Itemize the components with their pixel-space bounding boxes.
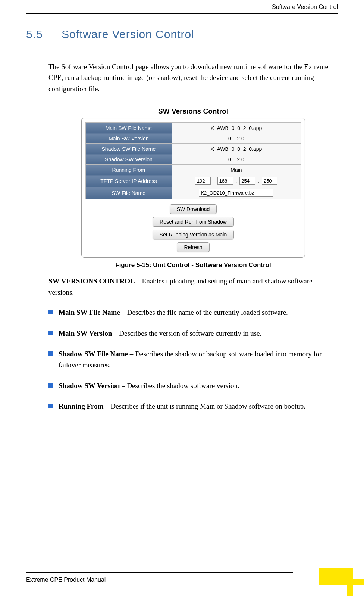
figure-caption: Figure 5-15: Unit Control - Software Ver… <box>48 261 338 269</box>
sw-file-name-input[interactable] <box>199 189 273 197</box>
footer-left: Extreme CPE Product Manual <box>26 577 106 583</box>
list-item-text: Running From – Describes if the unit is … <box>59 401 338 412</box>
square-bullet-icon <box>48 383 53 388</box>
list-item: Main SW Version – Describes the version … <box>48 328 338 339</box>
list-item-term: Running From <box>59 402 104 410</box>
section-heading: 5.5Software Version Control <box>26 28 338 41</box>
row-label: TFTP Server IP Address <box>86 175 172 187</box>
table-row: Main SW Version 0.0.2.0 <box>86 133 301 144</box>
figure-container: SW Versions Control Main SW File Name X_… <box>48 107 338 258</box>
table-row: Running From Main <box>86 165 301 175</box>
section-title-text: Software Version Control <box>62 28 194 40</box>
ip-octet-3[interactable] <box>239 177 255 185</box>
list-item-text: Shadow SW Version – Describes the shadow… <box>59 380 338 391</box>
square-bullet-icon <box>48 351 53 356</box>
sw-file-name-cell <box>172 187 301 199</box>
list-item-text: Shadow SW File Name – Describes the shad… <box>59 348 338 370</box>
table-row: TFTP Server IP Address . . . <box>86 175 301 187</box>
row-value: X_AWB_0_0_2_0.app <box>172 123 301 133</box>
square-bullet-icon <box>48 404 53 408</box>
ip-octet-4[interactable] <box>262 177 277 185</box>
table-row: Shadow SW Version 0.0.2.0 <box>86 154 301 165</box>
row-label: Running From <box>86 165 172 175</box>
square-bullet-icon <box>48 331 53 335</box>
row-label: SW File Name <box>86 187 172 199</box>
row-label: Main SW File Name <box>86 123 172 133</box>
list-item-text: Main SW Version – Describes the version … <box>59 328 338 339</box>
sw-download-button[interactable]: SW Download <box>170 204 217 214</box>
crop-mark-icon <box>319 568 353 585</box>
ip-octet-2[interactable] <box>217 177 233 185</box>
reset-run-shadow-button[interactable]: Reset and Run from Shadow <box>153 217 234 227</box>
list-item-desc: – Describes the version of software curr… <box>112 329 261 337</box>
section-body: 5.5Software Version Control The Software… <box>26 28 338 422</box>
sw-panel: Main SW File Name X_AWB_0_0_2_0.app Main… <box>81 118 305 258</box>
row-value: X_AWB_0_0_2_0.app <box>172 144 301 154</box>
list-item-term: Shadow SW File Name <box>59 350 128 358</box>
list-item-term: Main SW Version <box>59 329 112 337</box>
row-label: Main SW Version <box>86 133 172 144</box>
square-bullet-icon <box>48 310 53 314</box>
row-value: Main <box>172 165 301 175</box>
list-item: Shadow SW Version – Describes the shadow… <box>48 380 338 391</box>
intro-paragraph: The Software Version Control page allows… <box>48 61 338 94</box>
crop-mark-icon <box>353 579 364 585</box>
list-item-desc: – Describes if the unit is running Main … <box>104 402 305 410</box>
refresh-button[interactable]: Refresh <box>177 242 209 252</box>
bullet-list: Main SW File Name – Describes the file n… <box>48 307 338 412</box>
running-header: Software Version Control <box>26 4 338 10</box>
sw-config-table: Main SW File Name X_AWB_0_0_2_0.app Main… <box>85 122 301 199</box>
tftp-ip-cell: . . . <box>172 175 301 187</box>
ip-octet-1[interactable] <box>195 177 211 185</box>
row-value: 0.0.2.0 <box>172 154 301 165</box>
sw-versions-screenshot: SW Versions Control Main SW File Name X_… <box>81 107 305 258</box>
set-running-main-button[interactable]: Set Running Version as Main <box>153 230 234 239</box>
list-item: Running From – Describes if the unit is … <box>48 401 338 412</box>
crop-mark-icon <box>347 585 353 596</box>
table-row: Main SW File Name X_AWB_0_0_2_0.app <box>86 123 301 133</box>
section-number: 5.5 <box>26 28 62 41</box>
list-item-term: Shadow SW Version <box>59 382 120 389</box>
row-value: 0.0.2.0 <box>172 133 301 144</box>
row-label: Shadow SW File Name <box>86 144 172 154</box>
list-item-term: Main SW File Name <box>59 308 120 316</box>
sw-panel-title: SW Versions Control <box>81 107 305 115</box>
list-item-desc: – Describes the file name of the current… <box>120 308 288 316</box>
definition-lead: SW VERSIONS CONTROL – Enables uploading … <box>48 276 338 298</box>
row-label: Shadow SW Version <box>86 154 172 165</box>
list-item: Main SW File Name – Describes the file n… <box>48 307 338 318</box>
button-stack: SW Download Reset and Run from Shadow Se… <box>85 203 301 254</box>
list-item-text: Main SW File Name – Describes the file n… <box>59 307 338 318</box>
table-row: SW File Name <box>86 187 301 199</box>
page-footer: Extreme CPE Product Manual 63 <box>26 577 338 583</box>
definition-lead-term: SW VERSIONS CONTROL <box>48 277 135 285</box>
list-item: Shadow SW File Name – Describes the shad… <box>48 348 338 370</box>
footer-rule <box>26 572 293 573</box>
header-rule <box>26 13 338 14</box>
table-row: Shadow SW File Name X_AWB_0_0_2_0.app <box>86 144 301 154</box>
list-item-desc: – Describes the shadow software version. <box>120 382 239 389</box>
